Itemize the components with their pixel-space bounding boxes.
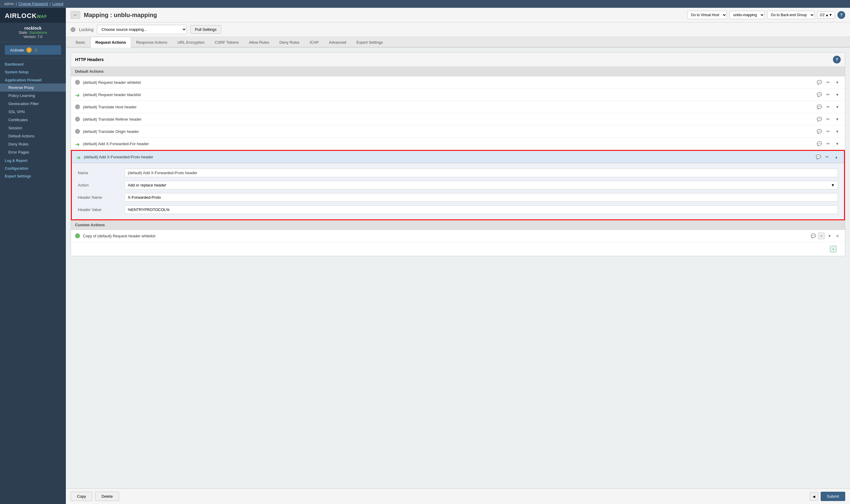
- counter-value: 2/2: [820, 13, 825, 17]
- action-row-2[interactable]: ➜ (default) Request header blacklist 💬 ✏…: [71, 89, 845, 101]
- sidebar-item-log-report[interactable]: Log & Report: [0, 156, 66, 164]
- tab-basic[interactable]: Basic: [71, 37, 90, 48]
- locking-bar: Locking Choose source mapping... Pull Se…: [66, 22, 850, 37]
- sidebar-user: rocklock State: Standalone Version: 7.0: [0, 23, 66, 42]
- action-label-1: (default) Request header whitelist: [83, 80, 813, 85]
- version-row: Version: 7.0: [5, 35, 61, 39]
- back-button[interactable]: ←: [71, 11, 80, 19]
- comment-button-1[interactable]: 💬: [816, 79, 823, 86]
- expand-button-5[interactable]: ▾: [834, 128, 841, 135]
- custom-remove-button-1[interactable]: −: [818, 233, 825, 239]
- sidebar-item-deny-rules[interactable]: Deny Rules: [0, 140, 66, 148]
- sidebar-item-system-setup[interactable]: System Setup: [0, 68, 66, 75]
- name-value-text: (default) Add X-Forwarded-Proto header: [128, 170, 197, 175]
- sidebar-item-expert-settings[interactable]: Expert Settings: [0, 172, 66, 180]
- action-row-6[interactable]: ➜ (default) Add X-Forwarded-For header 💬…: [71, 138, 845, 150]
- tab-icap[interactable]: ICAP: [305, 37, 324, 48]
- action-row-4[interactable]: (default) Translate Referer header 💬 ✏ ▾: [71, 113, 845, 125]
- comment-button-3[interactable]: 💬: [816, 103, 823, 110]
- action-row-1[interactable]: (default) Request header whitelist 💬 ✏ ▾: [71, 76, 845, 89]
- footer-right: ◄ Submit: [810, 492, 845, 501]
- action-icons-2: 💬 ✏ ▾: [816, 91, 841, 98]
- state-label: State:: [19, 31, 28, 35]
- sidebar-item-geolocation-filter[interactable]: Geolocation Filter: [0, 100, 66, 108]
- edit-button-5[interactable]: ✏: [825, 128, 832, 135]
- expand-button-6[interactable]: ▾: [834, 140, 841, 147]
- state-value: Standalone: [29, 31, 47, 35]
- nav-counter: 2/2 ▲▼: [817, 11, 835, 19]
- sidebar-item-session[interactable]: Session: [0, 124, 66, 132]
- tab-expert-settings[interactable]: Expert Settings: [351, 37, 388, 48]
- action-field-value[interactable]: Add or replace header ▼: [125, 181, 838, 190]
- edit-button-3[interactable]: ✏: [825, 103, 832, 110]
- form-row-header-name: Header Name X-Forwarded-Proto: [78, 191, 838, 203]
- logout-link[interactable]: Logout: [52, 2, 64, 6]
- mapping-select[interactable]: unblu-mapping: [729, 11, 765, 19]
- status-dot-6: ➜: [75, 141, 80, 146]
- sidebar-item-dashboard[interactable]: Dashboard: [0, 60, 66, 68]
- tab-url-encryption[interactable]: URL Encryption: [173, 37, 210, 48]
- copy-button[interactable]: Copy: [71, 492, 92, 501]
- sidebar-item-application-firewall[interactable]: Application Firewall: [0, 75, 66, 84]
- tab-advanced[interactable]: Advanced: [324, 37, 351, 48]
- action-label-3: (default) Translate Host header: [83, 105, 813, 109]
- sidebar-item-error-pages[interactable]: Error Pages: [0, 148, 66, 156]
- backend-group-select[interactable]: Go to Back-end Group: [767, 11, 815, 19]
- action-row-5[interactable]: (default) Translate Origin header 💬 ✏ ▾: [71, 125, 845, 138]
- tab-deny-rules[interactable]: Deny Rules: [274, 37, 304, 48]
- tab-response-actions[interactable]: Response Actions: [131, 37, 173, 48]
- expand-button-3[interactable]: ▾: [834, 103, 841, 110]
- custom-menu-button-1[interactable]: ≡: [834, 233, 841, 239]
- activate-button[interactable]: Activate 1 ⚠: [5, 45, 61, 55]
- status-dot-4: [75, 117, 80, 122]
- sidebar-item-configuration[interactable]: Configuration: [0, 164, 66, 172]
- add-custom-action-button[interactable]: +: [830, 246, 836, 252]
- form-row-header-value: Header Value %ENTRYPROTOCOL%: [78, 203, 838, 216]
- warning-icon: ⚠: [34, 48, 38, 52]
- edit-button-4[interactable]: ✏: [825, 115, 832, 123]
- sidebar-item-default-actions[interactable]: Default Actions: [0, 132, 66, 140]
- comment-button-6[interactable]: 💬: [816, 140, 823, 147]
- submit-button[interactable]: Submit: [821, 492, 845, 501]
- edit-button-1[interactable]: ✏: [825, 79, 832, 86]
- expand-button-2[interactable]: ▾: [834, 91, 841, 98]
- sidebar-item-policy-learning[interactable]: Policy Learning: [0, 92, 66, 100]
- prev-button[interactable]: ◄: [810, 492, 818, 501]
- sidebar-item-ssl-vpn[interactable]: SSL VPN: [0, 108, 66, 116]
- comment-button-4[interactable]: 💬: [816, 115, 823, 123]
- comment-button-7[interactable]: 💬: [815, 153, 822, 160]
- pull-settings-button[interactable]: Pull Settings: [191, 25, 221, 34]
- virtual-host-select[interactable]: Go to Virtual Host: [687, 11, 727, 19]
- action-row-3[interactable]: (default) Translate Host header 💬 ✏ ▾: [71, 101, 845, 113]
- expand-button-1[interactable]: ▾: [834, 79, 841, 86]
- action-label-4: (default) Translate Referer header: [83, 117, 813, 122]
- header-name-value: X-Forwarded-Proto: [125, 193, 838, 202]
- expand-button-4[interactable]: ▾: [834, 115, 841, 123]
- custom-expand-button-1[interactable]: ▾: [826, 232, 833, 239]
- edit-button-2[interactable]: ✏: [825, 91, 832, 98]
- comment-button-5[interactable]: 💬: [816, 128, 823, 135]
- sidebar-item-reverse-proxy[interactable]: Reverse Proxy: [0, 84, 66, 92]
- delete-button[interactable]: Delete: [95, 492, 119, 501]
- custom-actions-title: Custom Actions: [75, 223, 105, 227]
- tab-csrf-tokens[interactable]: CSRF Tokens: [210, 37, 244, 48]
- help-button[interactable]: ?: [837, 11, 845, 19]
- tab-allow-rules[interactable]: Allow Rules: [244, 37, 274, 48]
- counter-arrows: ▲▼: [825, 13, 832, 17]
- tab-request-actions[interactable]: Request Actions: [90, 37, 131, 48]
- collapse-button-7[interactable]: ▴: [833, 153, 840, 160]
- custom-action-row-1[interactable]: Copy of (default) Request header whiteli…: [71, 230, 845, 242]
- section-help-button[interactable]: ?: [833, 56, 841, 64]
- source-mapping-select[interactable]: Choose source mapping...: [97, 25, 187, 34]
- tabs-bar: Basic Request Actions Response Actions U…: [66, 37, 850, 48]
- edit-button-6[interactable]: ✏: [825, 140, 832, 147]
- comment-button-2[interactable]: 💬: [816, 91, 823, 98]
- edit-button-7[interactable]: ✏: [824, 153, 831, 160]
- form-row-action: Action Add or replace header ▼: [78, 179, 838, 191]
- action-row-7[interactable]: ➜ (default) Add X-Forwarded-Proto header…: [72, 151, 844, 163]
- custom-comment-button-1[interactable]: 💬: [810, 232, 817, 239]
- change-password-link[interactable]: Change Password: [19, 2, 48, 6]
- sidebar-item-certificates[interactable]: Certificates: [0, 116, 66, 124]
- footer-bar: Copy Delete ◄ Submit: [66, 488, 850, 504]
- header-name-text: X-Forwarded-Proto: [128, 195, 161, 200]
